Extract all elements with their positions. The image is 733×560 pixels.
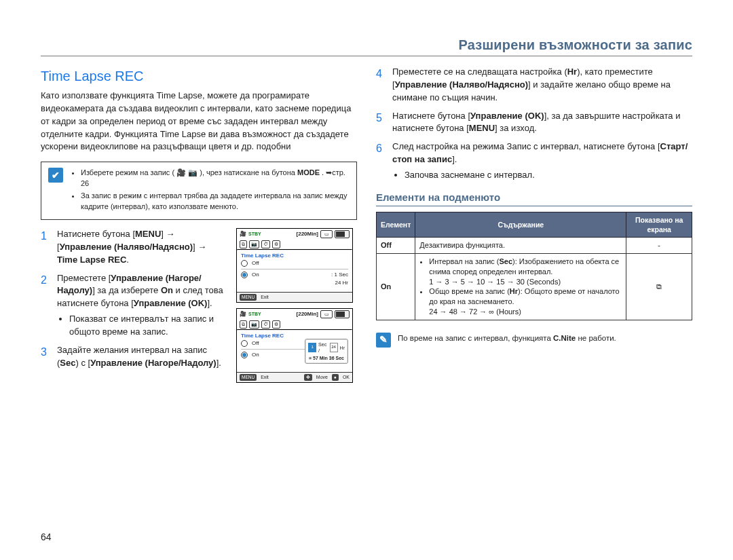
note-box: ✎ По време на запис с интервал, функцият… [376, 333, 692, 348]
mode-icon: ⏱ [261, 240, 270, 248]
step-body: След настройка на режима Запис с интерва… [392, 141, 692, 182]
step-number: 1 [41, 228, 50, 267]
table-cell-content: Дезактивира функцията. [415, 238, 626, 254]
table-cell-element: On [377, 253, 415, 320]
video-icon: 🎥 [240, 231, 246, 237]
step-body: Преместете [Управление (Нагоре/Надолу)] … [57, 272, 228, 339]
ok-key-icon: ● [332, 374, 339, 381]
table-header-content: Съдържание [415, 212, 626, 237]
intro-paragraph: Като използвате функцията Time Lapse, мо… [41, 90, 357, 153]
submenu-heading: Елементи на подменюто [376, 191, 692, 206]
step-body: Натиснете бутона [MENU] → [Управление (Н… [57, 228, 228, 267]
table-cell-icon: ⧉ [626, 253, 692, 320]
mode-icon: 📷 [249, 240, 259, 248]
table-cell-element: Off [377, 238, 415, 254]
step-body: Натиснете бутона [Управление (OK)], за д… [392, 110, 692, 136]
table-cell-content: Интервал на запис (Sec): Изображението н… [415, 253, 626, 320]
steps-left: 1Натиснете бутона [MENU] → [Управление (… [41, 228, 228, 375]
steps-right: 4Преместете се на следващата настройка (… [376, 66, 692, 182]
step-number: 4 [376, 66, 386, 105]
step-body: Преместете се на следващата настройка (H… [392, 66, 692, 105]
mode-icon: ⏱ [261, 320, 270, 329]
step-number: 3 [41, 344, 50, 370]
table-header-element: Елемент [377, 212, 415, 237]
note-text: По време на запис с интервал, функцията … [398, 333, 616, 343]
instruction-step: 4Преместете се на следващата настройка (… [376, 66, 692, 105]
step-body: Задайте желания интервал на запис (Sec) … [57, 344, 228, 370]
submenu-table-body: OffДезактивира функцията.-OnИнтервал на … [377, 238, 692, 320]
table-bullet: Интервал на запис (Sec): Изображението н… [429, 257, 622, 287]
lcd-screenshot-2: 🎥 STBY [220Min] ▭ ⧉ 📷 [236, 308, 353, 383]
interval-popover: 1 Sec / 24 Hr = 57 Min 36 Sec [305, 339, 348, 364]
instruction-step: 6След настройка на режима Запис с интерв… [376, 141, 692, 182]
left-column: Time Lapse REC Като използвате функцията… [41, 66, 357, 388]
mode-icon: ⧉ [240, 320, 247, 329]
step-bullet: Показват се интервалът на запис и общото… [69, 313, 228, 339]
step-number: 2 [41, 272, 50, 339]
note-icon: ✎ [376, 333, 391, 348]
table-header-display: Показвано на екрана [626, 212, 692, 237]
sdcard-icon: ▭ [320, 230, 333, 238]
instruction-step: 1Натиснете бутона [MENU] → [Управление (… [41, 228, 228, 267]
battery-icon [335, 310, 350, 318]
mode-icon: ⚙ [272, 240, 280, 248]
step-bullet: Започва заснемане с интервал. [405, 169, 692, 182]
check-icon: ✔ [48, 168, 63, 183]
section-title: Time Lapse REC [41, 69, 357, 84]
prereq-item-1: Изберете режим на запис ( 🎥 📷 ), чрез на… [81, 168, 350, 189]
right-column: 4Преместете се на следващата настройка (… [376, 66, 692, 388]
instruction-step: 3Задайте желания интервал на запис (Sec)… [41, 344, 228, 370]
menu-key-icon: MENU [240, 374, 257, 381]
instruction-step: 2Преместете [Управление (Нагоре/Надолу)]… [41, 272, 228, 339]
page-number: 64 [41, 531, 52, 542]
instruction-step: 5Натиснете бутона [Управление (OK)], за … [376, 110, 692, 136]
submenu-table: Елемент Съдържание Показвано на екрана O… [376, 212, 692, 320]
prereq-item-2: За запис в режим с интервал трябва да за… [81, 191, 350, 212]
mode-icon: ⧉ [240, 240, 247, 248]
table-cell-icon: - [626, 238, 692, 254]
step-number: 6 [376, 141, 386, 182]
step-number: 5 [376, 110, 386, 136]
menu-key-icon: MENU [240, 294, 257, 301]
table-bullet: Общо време на запис (Hr): Общото време о… [429, 286, 622, 317]
battery-icon [335, 230, 350, 238]
video-icon: 🎥 [176, 168, 186, 176]
dpad-icon: ✥ [304, 374, 312, 381]
lcd-screenshot-1: 🎥 STBY [220Min] ▭ ⧉ 📷 [236, 228, 353, 303]
prerequisite-box: ✔ Изберете режим на запис ( 🎥 📷 ), чрез … [41, 162, 357, 220]
sdcard-icon: ▭ [320, 310, 333, 318]
mode-icon: ⚙ [272, 320, 280, 329]
table-row: OffДезактивира функцията.- [377, 238, 692, 254]
photo-icon: 📷 [188, 168, 198, 176]
mode-icon: 📷 [249, 320, 259, 329]
video-icon: 🎥 [240, 311, 246, 317]
table-row: OnИнтервал на запис (Sec): Изображението… [377, 253, 692, 320]
chapter-title: Разширени възможности за запис [41, 37, 692, 56]
